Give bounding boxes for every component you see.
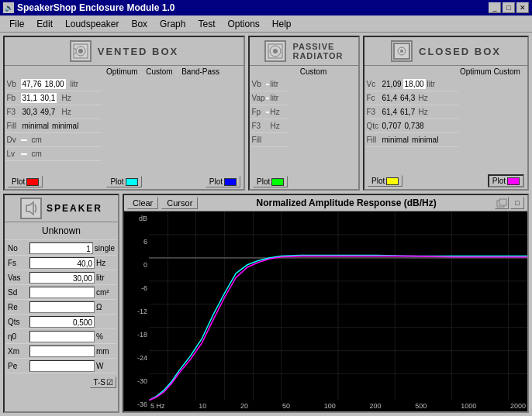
param-value-xm[interactable] [29, 346, 95, 357]
vented-fb-custom[interactable]: 30,1 [39, 93, 57, 103]
y-axis: dB 6 0 -6 -12 -18 -24 -30 -36 [124, 211, 149, 411]
menu-options[interactable]: Options [221, 17, 265, 31]
minimize-button[interactable]: _ [489, 2, 501, 13]
vented-fb-optimum[interactable]: 31,1 [21, 93, 39, 103]
closed-plot-optimum[interactable]: Plot [368, 175, 402, 187]
menu-file[interactable]: File [3, 17, 30, 31]
graph-title: Normalized Amplitude Response (dB/Hz) [201, 198, 492, 208]
vented-label-f3: F3 [5, 107, 21, 117]
vented-fb-unit: Hz [60, 93, 78, 103]
close-button[interactable]: ✕ [516, 2, 529, 13]
passive-plot-btn[interactable]: Plot [253, 176, 288, 187]
param-value-fs[interactable]: 40,0 [29, 257, 95, 269]
vented-label-dv: Dv [5, 135, 21, 145]
vented-header: VENTED BOX [5, 37, 244, 66]
ts-button[interactable]: T-S ☑ [90, 376, 116, 388]
passive-label-f3: F3 [250, 121, 266, 131]
graph-canvas: dB 6 0 -6 -12 -18 -24 -30 -36 [124, 211, 527, 411]
vented-plot-bandpass[interactable]: Plot [206, 176, 240, 187]
ts-checkbox-icon: ☑ [106, 378, 113, 387]
x-2000: 2000 [510, 402, 526, 410]
graph-icons: □ [495, 197, 524, 209]
closed-title: CLOSED BOX [419, 46, 501, 57]
menu-help[interactable]: Help [266, 17, 298, 31]
closed-fill-custom: minimal [410, 135, 440, 145]
speaker-label: SPEAKER [47, 203, 102, 214]
vented-row-f3: F3 30,3 49,7 Hz [5, 105, 102, 119]
maximize-button[interactable]: □ [503, 2, 515, 13]
y-0: 0 [143, 261, 147, 269]
vented-panel: VENTED BOX Optimum Custom Band-Pass [3, 36, 245, 191]
vented-fill-custom: minimal [50, 121, 80, 131]
vented-icon [70, 40, 92, 62]
closed-plot-custom[interactable]: Plot [488, 174, 524, 187]
menu-box[interactable]: Box [125, 17, 154, 31]
x-1000: 1000 [461, 402, 476, 410]
vented-title: VENTED BOX [98, 46, 179, 57]
window-title: SpeakerShop Enclosure Module 1.0 [17, 2, 174, 13]
param-unit-pe: W [95, 362, 116, 370]
vented-col-bandpass: Band-Pass [177, 67, 225, 77]
x-10: 10 [199, 402, 206, 410]
vented-col-custom: Custom [142, 67, 177, 77]
vented-row-vb: Vb 47,76 18,00 litr [5, 77, 102, 91]
cursor-button[interactable]: Cursor [161, 197, 198, 209]
param-value-sd[interactable] [29, 287, 95, 298]
passive-table: Custom Vb litr Vap litr [250, 66, 358, 147]
vented-vb-unit: litr [69, 79, 88, 89]
passive-label-vap: Vap [250, 93, 266, 103]
param-value-eta[interactable] [29, 331, 95, 342]
param-label-eta: η0 [6, 332, 29, 341]
passive-f3-unit: Hz [269, 121, 288, 131]
x-100: 100 [324, 402, 336, 410]
vented-row-fb: Fb 31,1 30,1 Hz [5, 91, 102, 105]
y-6: 6 [143, 238, 147, 246]
speaker-panel-header: SPEAKER [5, 195, 118, 222]
closed-table: Optimum Custom Vc 21,09 18,00 litr [364, 66, 527, 147]
graph-area: Clear Cursor Normalized Amplitude Respon… [123, 194, 529, 413]
passive-label-fp: Fp [250, 107, 266, 117]
bottom-area: SPEAKER Unknown No 1 single Fs 40,0 Hz V… [3, 194, 529, 413]
menu-graph[interactable]: Graph [154, 17, 192, 31]
param-unit-fs: Hz [95, 259, 116, 267]
title-bar-left: 🔊 SpeakerShop Enclosure Module 1.0 [3, 2, 174, 13]
menu-loudspeaker[interactable]: Loudspeaker [59, 17, 125, 31]
param-row-re: Re Ω [6, 301, 116, 315]
passive-plot-row: Plot [250, 174, 358, 189]
graph-zoom-icon[interactable]: □ [510, 197, 524, 209]
menu-edit[interactable]: Edit [30, 17, 59, 31]
window-controls[interactable]: _ □ ✕ [489, 2, 529, 13]
param-value-pe[interactable] [29, 360, 95, 372]
param-value-no[interactable]: 1 [29, 242, 93, 254]
vented-body: Optimum Custom Band-Pass Vb 47,76 18,00 [5, 66, 244, 189]
passive-label-fill: Fill [250, 135, 266, 145]
param-unit-re: Ω [95, 303, 116, 311]
graph-copy-icon[interactable] [495, 197, 509, 209]
menu-bar: File Edit Loudspeaker Box Graph Test Opt… [0, 15, 532, 33]
param-value-re[interactable] [29, 301, 95, 313]
vented-plot-custom[interactable]: Plot [106, 176, 141, 187]
vented-row-fill: Fill minimal minimal [5, 119, 102, 133]
clear-button[interactable]: Clear [127, 197, 158, 209]
closed-vc-custom[interactable]: 18,00 [403, 79, 426, 89]
vented-col-optimum: Optimum [102, 67, 142, 77]
param-label-re: Re [6, 303, 29, 311]
vented-vb-optimum[interactable]: 47,76 [21, 79, 43, 89]
passive-vap-unit: litr [269, 93, 288, 103]
y-n24: -24 [137, 354, 147, 362]
param-value-vas[interactable]: 30,00 [29, 272, 95, 284]
x-50: 50 [282, 402, 290, 410]
closed-qtc-optimum: 0,707 [381, 121, 403, 131]
menu-test[interactable]: Test [192, 17, 221, 31]
param-value-qts[interactable]: 0,500 [29, 316, 95, 328]
x-500: 500 [415, 402, 427, 410]
vented-lv-unit: cm [30, 149, 49, 159]
svg-point-7 [273, 49, 278, 53]
vented-plot-optimum[interactable]: Plot [8, 176, 43, 187]
passive-title: PASSIVERADIATOR [292, 42, 343, 60]
top-panels: VENTED BOX Optimum Custom Band-Pass [3, 36, 529, 191]
vented-f3-unit: Hz [60, 107, 78, 117]
y-n12: -12 [137, 308, 147, 315]
vented-vb-custom[interactable]: 18,00 [43, 79, 66, 89]
param-unit-eta: % [95, 332, 116, 341]
